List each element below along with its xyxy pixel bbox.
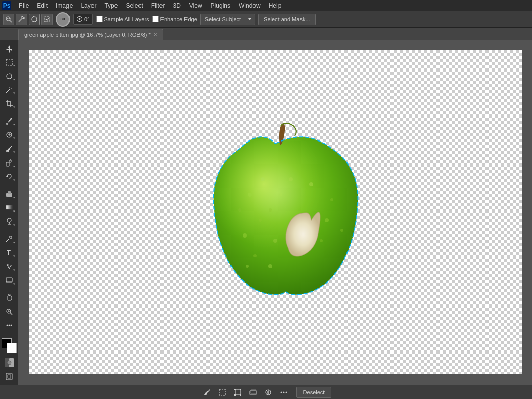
bottom-more-btn[interactable] [277,387,290,398]
toolbar-quick-mask[interactable] [3,356,16,369]
menu-help[interactable]: Help [265,1,285,10]
toolbar-eyedropper[interactable]: ▾ [3,114,16,127]
svg-point-58 [246,265,249,268]
toolbar-shape[interactable]: ▾ [3,274,16,287]
canvas-area[interactable] [18,40,532,385]
options-bar: 30 ⦿ 0° Sample All Layers Enhance Edge S… [0,11,532,28]
toolbar-brush[interactable]: ▾ [3,142,16,155]
select-subject-dropdown-btn[interactable] [245,14,255,25]
toolbar-rectangular-marquee[interactable]: ▾ [3,56,16,68]
toolbar-dodge[interactable]: ▾ [3,215,16,228]
tab-bar: green apple bitten.jpg @ 16.7% (Layer 0,… [0,28,532,40]
toolbar-clone-stamp[interactable]: ▾ [3,156,16,169]
svg-rect-72 [251,390,256,394]
quick-select-btn[interactable] [3,14,14,25]
sample-all-layers-checkbox[interactable] [96,16,103,22]
enhance-edge-checkbox[interactable] [152,16,159,22]
svg-rect-46 [6,373,12,380]
svg-point-59 [273,239,277,243]
svg-point-76 [285,391,287,393]
svg-point-53 [279,193,282,196]
bottom-mask-btn[interactable] [262,387,274,398]
svg-line-11 [6,89,10,93]
menu-window[interactable]: Window [235,1,264,10]
toolbar-healing-brush[interactable]: ▾ [3,128,16,141]
magic-wand-btn[interactable] [16,14,27,25]
menu-select[interactable]: Select [122,1,146,10]
sub-arrow-pen: ▾ [13,241,15,245]
toolbar-eraser[interactable]: ▾ [3,187,16,200]
bottom-transform-btn[interactable] [232,387,244,398]
menu-view[interactable]: View [186,1,206,10]
svg-line-1 [10,20,12,22]
toolbar-gradient[interactable]: ▾ [3,201,16,214]
apple-image-container [189,118,362,307]
background-color[interactable] [7,343,17,353]
close-tab-btn[interactable]: × [154,31,157,38]
svg-rect-19 [6,123,8,125]
toolbar-magic-wand[interactable]: ▾ [3,83,16,96]
object-select-btn[interactable] [41,14,53,25]
svg-point-54 [289,177,293,181]
svg-point-74 [280,391,282,393]
toolbar-type[interactable]: T ▾ [3,246,16,259]
toolbar-screen-mode[interactable] [3,370,16,383]
color-swatches[interactable] [2,338,17,353]
toolbar-sep-4 [4,289,15,289]
sub-arrow-eyedropper: ▾ [13,123,15,127]
toolbar-path-select[interactable]: ▾ [3,260,16,273]
bottom-layer-btn[interactable] [247,387,259,398]
menu-bar: Ps File Edit Image Layer Type Select Fil… [0,0,532,11]
menu-plugins[interactable]: Plugins [207,1,234,10]
svg-rect-7 [44,17,50,22]
toolbar-sep-2 [4,185,15,185]
sample-all-layers-label[interactable]: Sample All Layers [96,16,149,22]
menu-type[interactable]: Type [101,1,121,10]
sub-arrow-history: ▾ [13,178,15,182]
brush-size-preview[interactable]: 30 [56,12,70,27]
menu-filter[interactable]: Filter [148,1,169,10]
svg-point-56 [261,177,265,181]
lasso-tool-btn[interactable] [29,14,40,25]
select-subject-button-group: Select Subject [200,14,255,25]
angle-input[interactable]: ⦿ 0° [73,14,93,25]
bottom-selection-btn[interactable] [216,387,228,398]
deselect-button[interactable]: Deselect [296,387,332,398]
sub-arrow-shape: ▾ [13,282,15,286]
toolbar-pen[interactable]: ▾ [3,232,16,245]
toolbar-sep-1 [4,112,15,112]
toolbar-crop[interactable]: ▾ [3,97,16,110]
select-and-mask-button[interactable]: Select and Mask... [258,14,316,25]
sub-arrow-dodge: ▾ [13,223,15,227]
ps-logo: Ps [2,1,11,10]
svg-point-42 [11,324,12,326]
toolbar-history-brush[interactable]: ▾ [3,170,16,183]
select-subject-main-btn[interactable]: Select Subject [200,14,245,25]
svg-rect-69 [234,394,236,396]
toolbar-sep-5 [4,334,15,334]
toolbar-hand[interactable] [3,291,16,304]
toolbar-zoom[interactable] [3,305,16,318]
svg-rect-24 [6,162,9,166]
toolbar-move-tool[interactable] [3,42,16,55]
sub-arrow-icon: ▾ [13,64,15,68]
tool-variant-group [3,14,53,25]
menu-file[interactable]: File [15,1,32,10]
enhance-edge-label[interactable]: Enhance Edge [152,16,197,22]
svg-rect-68 [240,389,241,390]
toolbar-lasso[interactable]: ▾ [3,69,16,82]
svg-point-60 [330,198,333,201]
svg-point-29 [7,218,11,222]
document-tab[interactable]: green apple bitten.jpg @ 16.7% (Layer 0,… [18,29,163,40]
svg-point-64 [340,229,343,232]
svg-point-49 [259,219,262,222]
main-area: ▾ ▾ ▾ ▾ [0,40,532,385]
menu-3d[interactable]: 3D [169,1,184,10]
menu-layer[interactable]: Layer [77,1,100,10]
menu-image[interactable]: Image [52,1,76,10]
svg-rect-66 [235,390,240,395]
bottom-brush-btn[interactable] [201,387,213,398]
svg-rect-35 [6,278,12,282]
toolbar-more[interactable] [3,319,16,332]
menu-edit[interactable]: Edit [33,1,51,10]
